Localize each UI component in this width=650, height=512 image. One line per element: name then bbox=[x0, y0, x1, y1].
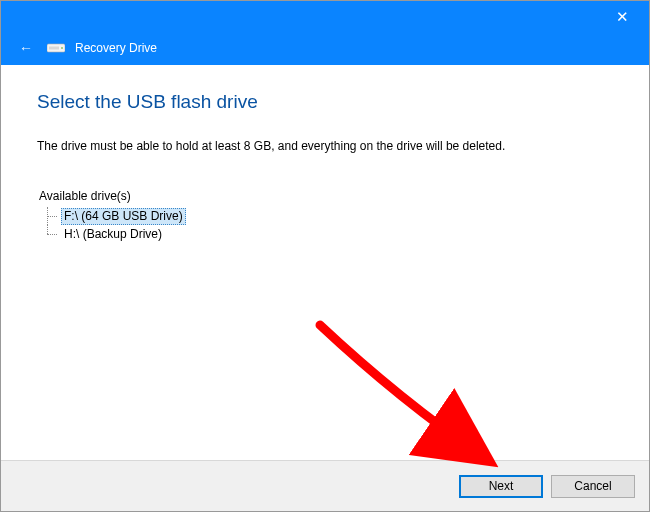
drive-item-label: H:\ (Backup Drive) bbox=[61, 226, 165, 243]
next-button[interactable]: Next bbox=[459, 475, 543, 498]
drive-item[interactable]: H:\ (Backup Drive) bbox=[43, 225, 613, 243]
drives-label: Available drive(s) bbox=[39, 189, 613, 203]
cancel-button[interactable]: Cancel bbox=[551, 475, 635, 498]
tree-branch-icon bbox=[43, 225, 61, 243]
tree-branch-icon bbox=[43, 207, 61, 225]
window-titlebar: ✕ bbox=[1, 1, 649, 31]
recovery-drive-icon bbox=[47, 41, 65, 55]
wizard-title: Recovery Drive bbox=[75, 41, 157, 55]
drive-item[interactable]: F:\ (64 GB USB Drive) bbox=[43, 207, 613, 225]
drives-list: F:\ (64 GB USB Drive) H:\ (Backup Drive) bbox=[43, 207, 613, 243]
svg-rect-1 bbox=[49, 47, 59, 50]
back-arrow-icon[interactable]: ← bbox=[15, 38, 37, 58]
page-heading: Select the USB flash drive bbox=[37, 91, 613, 113]
page-description: The drive must be able to hold at least … bbox=[37, 139, 613, 153]
drive-item-label: F:\ (64 GB USB Drive) bbox=[61, 208, 186, 225]
wizard-content: Select the USB flash drive The drive mus… bbox=[1, 65, 649, 460]
wizard-footer: Next Cancel bbox=[1, 460, 649, 511]
svg-point-2 bbox=[61, 47, 63, 49]
recovery-drive-wizard: ✕ ← Recovery Drive Select the USB flash … bbox=[0, 0, 650, 512]
close-icon[interactable]: ✕ bbox=[608, 5, 637, 28]
wizard-header: ← Recovery Drive bbox=[1, 31, 649, 65]
